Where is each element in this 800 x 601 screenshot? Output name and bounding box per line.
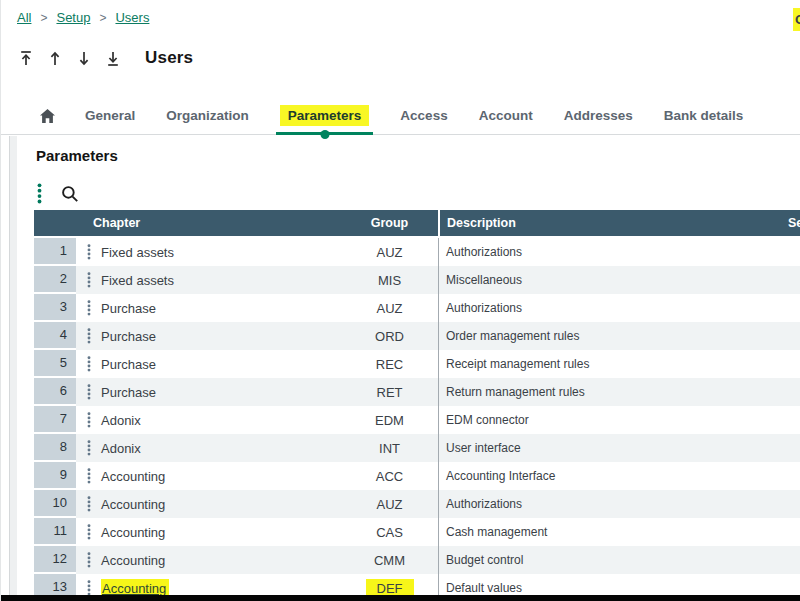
row-number[interactable]: 10 (34, 490, 76, 518)
column-header-group[interactable]: Group (341, 210, 438, 236)
row-actions-icon[interactable] (76, 238, 101, 266)
row-number[interactable]: 9 (34, 462, 76, 490)
row-number[interactable]: 6 (34, 378, 76, 406)
row-number[interactable]: 7 (34, 406, 76, 434)
row-actions-icon[interactable] (76, 434, 101, 462)
cell-group[interactable]: AUZ (341, 238, 438, 266)
tab-bank-details[interactable]: Bank details (664, 97, 744, 134)
row-actions-icon[interactable] (76, 350, 101, 378)
table-row[interactable]: 11AccountingCASCash management (34, 518, 800, 546)
cell-description[interactable]: User interface (438, 434, 800, 462)
next-record-icon[interactable] (75, 49, 92, 67)
row-number[interactable]: 12 (34, 546, 76, 574)
cell-group[interactable]: AUZ (341, 294, 438, 322)
cell-group-text: AUZ (377, 497, 403, 512)
cell-chapter[interactable]: Purchase (101, 350, 341, 378)
cell-description[interactable]: Authorizations (438, 294, 800, 322)
cell-description[interactable]: Authorizations (438, 238, 800, 266)
row-number[interactable]: 1 (34, 238, 76, 266)
cell-chapter[interactable]: Fixed assets (101, 238, 341, 266)
table-row[interactable]: 4PurchaseORDOrder management rules (34, 322, 800, 350)
cell-description[interactable]: Budget control (438, 546, 800, 574)
row-number[interactable]: 11 (34, 518, 76, 546)
table-row[interactable]: 10AccountingAUZAuthorizations (34, 490, 800, 518)
cell-chapter[interactable]: Purchase (101, 378, 341, 406)
row-actions-icon[interactable] (76, 266, 101, 294)
row-number[interactable]: 8 (34, 434, 76, 462)
cell-chapter[interactable]: Fixed assets (101, 266, 341, 294)
cell-group[interactable]: INT (341, 434, 438, 462)
row-actions-icon[interactable] (76, 490, 101, 518)
row-actions-icon[interactable] (76, 546, 101, 574)
tab-label: Addresses (564, 105, 633, 126)
breadcrumb-all[interactable]: All (17, 10, 31, 25)
row-number[interactable]: 2 (34, 266, 76, 294)
cell-description[interactable]: Receipt management rules (438, 350, 800, 378)
breadcrumb-users[interactable]: Users (115, 10, 149, 25)
cell-chapter-text: Purchase (101, 329, 156, 344)
tab-parameters[interactable]: Parameters (280, 97, 370, 134)
table-row[interactable]: 2Fixed assetsMISMiscellaneous (34, 266, 800, 294)
cell-description[interactable]: Order management rules (438, 322, 800, 350)
cell-group[interactable]: CMM (341, 546, 438, 574)
table-row[interactable]: 9AccountingACCAccounting Interface (34, 462, 800, 490)
row-actions-icon[interactable] (76, 462, 101, 490)
cell-chapter[interactable]: Accounting (101, 518, 341, 546)
cell-description[interactable]: Cash management (438, 518, 800, 546)
cell-group[interactable]: ACC (341, 462, 438, 490)
search-icon[interactable] (61, 185, 79, 203)
previous-record-icon[interactable] (46, 49, 63, 67)
tab-organization[interactable]: Organization (166, 97, 249, 134)
cell-description[interactable]: Miscellaneous (438, 266, 800, 294)
section-title: Parameters (36, 147, 118, 164)
table-row[interactable]: 3PurchaseAUZAuthorizations (34, 294, 800, 322)
row-actions-icon[interactable] (76, 406, 101, 434)
row-number[interactable]: 4 (34, 322, 76, 350)
cell-group[interactable]: CAS (341, 518, 438, 546)
tab-addresses[interactable]: Addresses (564, 97, 633, 134)
table-row[interactable]: 5PurchaseRECReceipt management rules (34, 350, 800, 378)
row-actions-icon[interactable] (76, 294, 101, 322)
cell-description[interactable]: EDM connector (438, 406, 800, 434)
cell-chapter[interactable]: Purchase (101, 294, 341, 322)
column-header-description[interactable]: Description Se (438, 210, 800, 236)
column-header-clipped: Se (788, 210, 800, 236)
row-actions-icon[interactable] (76, 322, 101, 350)
row-actions-icon[interactable] (76, 378, 101, 406)
row-number[interactable]: 5 (34, 350, 76, 378)
breadcrumb-separator: > (99, 11, 106, 25)
cell-description[interactable]: Accounting Interface (438, 462, 800, 490)
last-record-icon[interactable] (104, 49, 121, 67)
cell-group[interactable]: RET (341, 378, 438, 406)
row-actions-icon[interactable] (76, 518, 101, 546)
breadcrumb-setup[interactable]: Setup (56, 10, 90, 25)
table-row[interactable]: 1Fixed assetsAUZAuthorizations (34, 238, 800, 266)
cell-chapter[interactable]: Accounting (101, 490, 341, 518)
row-number[interactable]: 3 (34, 294, 76, 322)
breadcrumb: All > Setup > Users (17, 10, 149, 25)
cell-description[interactable]: Authorizations (438, 490, 800, 518)
home-icon[interactable] (39, 108, 56, 124)
table-row[interactable]: 12AccountingCMMBudget control (34, 546, 800, 574)
cell-chapter[interactable]: Accounting (101, 546, 341, 574)
cell-chapter[interactable]: Adonix (101, 406, 341, 434)
cell-group[interactable]: AUZ (341, 490, 438, 518)
tab-general[interactable]: General (85, 97, 135, 134)
table-row[interactable]: 7AdonixEDMEDM connector (34, 406, 800, 434)
tab-account[interactable]: Account (479, 97, 533, 134)
tab-clipped[interactable]: C (793, 8, 800, 31)
table-row[interactable]: 6PurchaseRETReturn management rules (34, 378, 800, 406)
cell-group[interactable]: MIS (341, 266, 438, 294)
table-row[interactable]: 8AdonixINTUser interface (34, 434, 800, 462)
actions-kebab-icon[interactable] (37, 183, 42, 204)
cell-chapter[interactable]: Adonix (101, 434, 341, 462)
cell-group[interactable]: ORD (341, 322, 438, 350)
cell-group[interactable]: REC (341, 350, 438, 378)
cell-chapter[interactable]: Accounting (101, 462, 341, 490)
first-record-icon[interactable] (17, 49, 34, 67)
column-header-chapter[interactable]: Chapter (34, 210, 341, 236)
cell-chapter[interactable]: Purchase (101, 322, 341, 350)
cell-description[interactable]: Return management rules (438, 378, 800, 406)
tab-access[interactable]: Access (400, 97, 447, 134)
cell-group[interactable]: EDM (341, 406, 438, 434)
